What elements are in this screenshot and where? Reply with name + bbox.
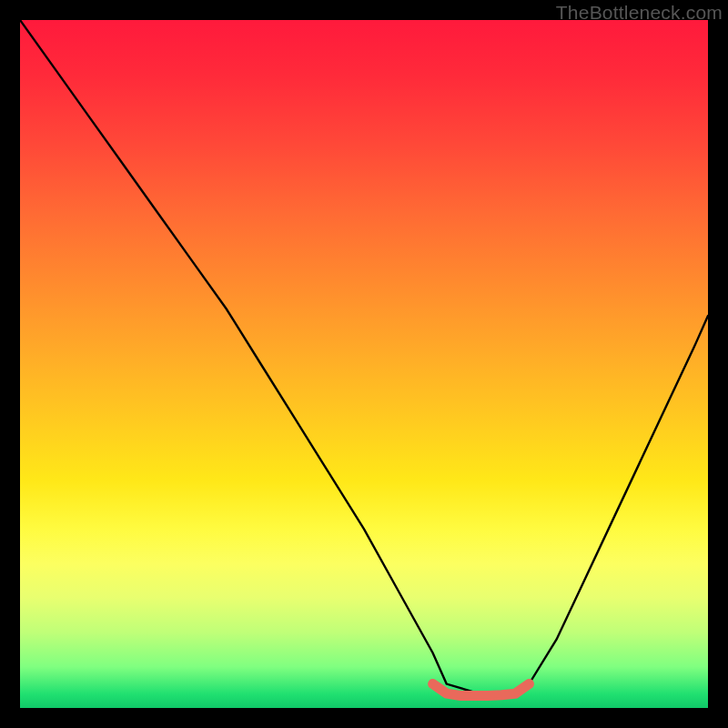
- bottleneck-curve: [20, 20, 708, 694]
- chart-svg: [20, 20, 708, 708]
- chart-container: TheBottleneck.com: [0, 0, 728, 728]
- flat-minimum-marker: [433, 684, 530, 696]
- watermark-text: TheBottleneck.com: [556, 2, 723, 24]
- plot-area: [20, 20, 708, 708]
